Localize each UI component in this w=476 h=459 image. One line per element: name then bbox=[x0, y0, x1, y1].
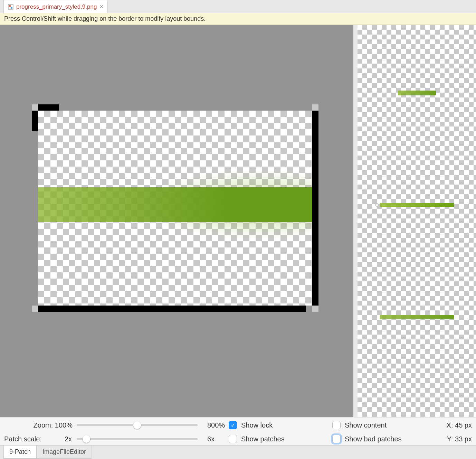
zoom-max-label: 800% bbox=[198, 421, 229, 429]
preview-sample-large bbox=[380, 315, 454, 319]
patch-marker-top[interactable] bbox=[38, 104, 59, 111]
show-patches-label: Show patches bbox=[241, 435, 285, 443]
image-content bbox=[38, 111, 312, 306]
coord-x: X: 45 px bbox=[426, 421, 472, 429]
zoom-slider-thumb[interactable] bbox=[133, 421, 141, 429]
show-bad-patches-label: Show bad patches bbox=[345, 435, 402, 443]
tab-image-file-editor[interactable]: ImageFileEditor bbox=[37, 446, 92, 459]
patch-marker-right[interactable] bbox=[312, 111, 318, 306]
preview-resize-handle[interactable] bbox=[375, 203, 379, 207]
ninepatch-canvas[interactable] bbox=[32, 104, 318, 312]
patch-marker-bottom[interactable] bbox=[38, 306, 306, 312]
patch-marker-left[interactable] bbox=[32, 111, 38, 131]
checkbox-icon bbox=[229, 435, 237, 443]
svg-rect-1 bbox=[9, 5, 11, 7]
scale-slider[interactable] bbox=[77, 438, 198, 440]
canvas-panel[interactable] bbox=[0, 25, 358, 417]
coord-y: Y: 33 px bbox=[426, 435, 472, 443]
file-tab-name: progress_primary_styled.9.png bbox=[16, 3, 97, 10]
hint-bar: Press Control/Shift while dragging on th… bbox=[0, 13, 476, 25]
preview-sample-medium bbox=[380, 203, 454, 207]
zoom-slider[interactable] bbox=[77, 424, 198, 426]
file-tab-bar: progress_primary_styled.9.png × bbox=[0, 0, 476, 13]
show-lock-checkbox[interactable]: ✓ Show lock bbox=[229, 421, 332, 429]
image-file-icon bbox=[8, 4, 13, 10]
controls-bar: Zoom: 100% 800% ✓ Show lock Show content… bbox=[0, 417, 476, 445]
zoom-slider-track[interactable] bbox=[77, 424, 198, 426]
preview-background bbox=[358, 25, 476, 417]
preview-sample-small bbox=[398, 91, 436, 95]
corner-marker bbox=[32, 306, 38, 312]
preview-panel bbox=[358, 25, 476, 417]
close-icon[interactable]: × bbox=[99, 3, 103, 10]
show-lock-label: Show lock bbox=[241, 421, 273, 429]
scale-max-label: 6x bbox=[198, 435, 229, 443]
scale-slider-thumb[interactable] bbox=[83, 435, 90, 443]
file-tab[interactable]: progress_primary_styled.9.png × bbox=[3, 0, 108, 13]
corner-marker bbox=[312, 306, 318, 312]
editor-mode-tabs: 9-Patch ImageFileEditor bbox=[0, 445, 476, 459]
checkbox-icon: ✓ bbox=[229, 421, 237, 429]
scale-slider-track[interactable] bbox=[77, 438, 198, 440]
show-content-label: Show content bbox=[345, 421, 387, 429]
corner-marker bbox=[32, 104, 38, 111]
tab-9patch[interactable]: 9-Patch bbox=[3, 446, 37, 459]
scale-label: Patch scale: bbox=[4, 435, 42, 443]
svg-rect-2 bbox=[11, 7, 12, 9]
corner-marker bbox=[312, 104, 318, 111]
show-patches-checkbox[interactable]: Show patches bbox=[229, 435, 332, 443]
progress-bar-graphic bbox=[38, 187, 312, 222]
editor-area bbox=[0, 25, 476, 417]
checkbox-icon bbox=[332, 421, 341, 429]
zoom-label: Zoom: 100% bbox=[4, 421, 77, 429]
checkbox-icon bbox=[332, 435, 341, 443]
show-bad-patches-checkbox[interactable]: Show bad patches bbox=[332, 435, 426, 443]
show-content-checkbox[interactable]: Show content bbox=[332, 421, 426, 429]
scale-min-label: 2x bbox=[61, 435, 77, 443]
